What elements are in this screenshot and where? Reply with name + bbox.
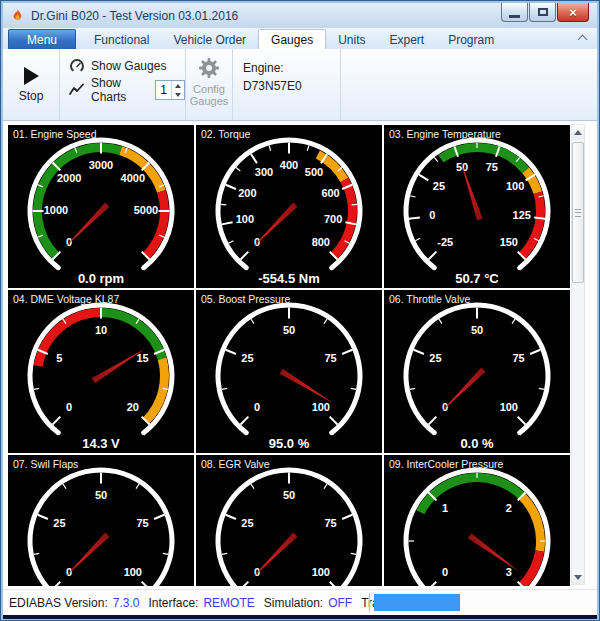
- stop-button[interactable]: Stop: [3, 49, 60, 120]
- svg-text:0: 0: [254, 566, 260, 578]
- status-value: 7.3.0: [113, 596, 140, 610]
- scroll-down-icon: [574, 575, 582, 580]
- minimize-icon: [509, 15, 520, 18]
- status-bar: EDIABAS Version:7.3.0Interface:REMOTESim…: [3, 589, 597, 615]
- close-button[interactable]: ×: [557, 3, 589, 22]
- window-title: Dr.Gini B020 - Test Version 03.01.2016: [31, 9, 238, 23]
- gauge-dial: 01000200030004000500001. Engine Speed0.0…: [8, 125, 194, 288]
- flame-icon: [10, 8, 25, 23]
- scrollbar-grip: [575, 209, 581, 217]
- svg-text:100: 100: [124, 566, 142, 578]
- gauge-09: 012309. InterCooler Pressure: [384, 455, 570, 586]
- vertical-scrollbar[interactable]: [571, 124, 585, 585]
- ribbon-collapse-icon[interactable]: [577, 35, 587, 43]
- gauge-02: 010020030040050060070080002. Torque-554.…: [196, 125, 382, 288]
- svg-text:50: 50: [471, 324, 483, 336]
- minimize-button[interactable]: [501, 3, 528, 22]
- gauge-icon: [69, 58, 85, 74]
- title-bar: Dr.Gini B020 - Test Version 03.01.2016 ×: [3, 3, 597, 28]
- tab-menu[interactable]: Menu: [8, 29, 76, 49]
- svg-text:0: 0: [429, 209, 435, 221]
- svg-text:100: 100: [500, 401, 518, 413]
- svg-text:75: 75: [512, 352, 524, 364]
- engine-group: Engine: D73N57E0: [233, 49, 341, 120]
- spinner-up-icon[interactable]: [172, 81, 184, 90]
- svg-text:20: 20: [127, 401, 139, 413]
- svg-text:400: 400: [280, 159, 298, 171]
- gauge-title: 08. EGR Valve: [201, 458, 270, 470]
- gauge-band-red: [38, 313, 101, 367]
- gauge-value: 0.0 %: [460, 436, 494, 451]
- scrollbar-thumb[interactable]: [572, 142, 584, 283]
- svg-text:2000: 2000: [57, 172, 81, 184]
- gauge-needle: [250, 533, 297, 580]
- stop-label: Stop: [19, 89, 44, 103]
- gauge-ring: [30, 470, 172, 586]
- svg-text:1000: 1000: [44, 204, 68, 216]
- maximize-button[interactable]: [529, 3, 556, 22]
- status-items: EDIABAS Version:7.3.0Interface:REMOTESim…: [3, 596, 424, 610]
- gauge-title: 06. Throttle Valve: [389, 293, 470, 305]
- svg-text:700: 700: [324, 213, 342, 225]
- show-charts-label[interactable]: Show Charts: [91, 76, 147, 104]
- config-gauges-button[interactable]: Config Gauges: [186, 49, 233, 120]
- gauge-band-green: [101, 313, 162, 359]
- app-window: Dr.Gini B020 - Test Version 03.01.2016 ×…: [0, 0, 600, 621]
- gauge-dial: 010020030040050060070080002. Torque-554.…: [196, 125, 382, 288]
- svg-text:-25: -25: [437, 236, 453, 248]
- maximize-icon: [538, 8, 548, 16]
- engine-label: Engine: D73N57E0: [243, 61, 302, 93]
- gauge-needle: [62, 203, 109, 250]
- charts-count-input[interactable]: 1: [156, 81, 171, 99]
- toolbar-filler: [341, 49, 597, 120]
- gauge-value: 95.0 %: [269, 436, 310, 451]
- gauge-title: 03. Engine Temperature: [389, 128, 501, 140]
- svg-text:15: 15: [136, 352, 148, 364]
- svg-text:3000: 3000: [89, 159, 113, 171]
- gauge-title: 05. Boost Pressure: [201, 293, 290, 305]
- svg-text:75: 75: [324, 517, 336, 529]
- gauge-grid: 01000200030004000500001. Engine Speed0.0…: [8, 125, 570, 586]
- gauge-dial: -25025507510012515003. Engine Temperatur…: [384, 125, 570, 288]
- tab-gauges[interactable]: Gauges: [258, 29, 326, 49]
- show-gauges-label: Show Gauges: [91, 59, 166, 73]
- show-charts-row: Show Charts 1: [69, 78, 185, 102]
- status-label: EDIABAS Version:: [9, 596, 108, 610]
- gauge-value: 0.0 rpm: [78, 271, 124, 286]
- tab-vehicle-order[interactable]: Vehicle Order: [161, 30, 258, 49]
- gauge-value: -554.5 Nm: [258, 271, 319, 286]
- tab-program[interactable]: Program: [436, 30, 506, 49]
- gauges-panel: 01000200030004000500001. Engine Speed0.0…: [3, 121, 597, 589]
- gauge-03: -25025507510012515003. Engine Temperatur…: [384, 125, 570, 288]
- tab-functional[interactable]: Functional: [82, 30, 161, 49]
- scroll-down-button[interactable]: [572, 570, 584, 584]
- gauge-title: 01. Engine Speed: [13, 128, 97, 140]
- close-icon: ×: [569, 5, 577, 20]
- svg-text:0: 0: [254, 236, 260, 248]
- scroll-up-button[interactable]: [572, 125, 584, 139]
- svg-text:75: 75: [324, 352, 336, 364]
- gauge-dial: 025507510008. EGR Valve: [196, 455, 382, 586]
- svg-text:25: 25: [433, 180, 445, 192]
- svg-text:3: 3: [506, 566, 512, 578]
- gauge-dial: 012309. InterCooler Pressure: [384, 455, 570, 586]
- gauge-needle: [438, 368, 485, 415]
- svg-text:25: 25: [429, 352, 441, 364]
- tab-expert[interactable]: Expert: [377, 30, 436, 49]
- tab-units[interactable]: Units: [326, 30, 377, 49]
- window-controls: ×: [500, 3, 589, 22]
- show-gauges-button[interactable]: Show Gauges: [69, 54, 185, 78]
- status-value: OFF: [328, 596, 352, 610]
- svg-text:1: 1: [442, 502, 448, 514]
- svg-text:50: 50: [283, 489, 295, 501]
- status-separator: [369, 593, 370, 612]
- config-gauges-label-line1: Config: [190, 83, 229, 95]
- status-label: Interface:: [148, 596, 198, 610]
- status-label: Simulation:: [264, 596, 323, 610]
- svg-text:0: 0: [66, 236, 72, 248]
- spinner-down-icon[interactable]: [172, 90, 184, 99]
- gauge-ring: [406, 470, 548, 586]
- svg-text:100: 100: [312, 566, 330, 578]
- gauge-ring: [218, 470, 360, 586]
- svg-text:150: 150: [500, 236, 518, 248]
